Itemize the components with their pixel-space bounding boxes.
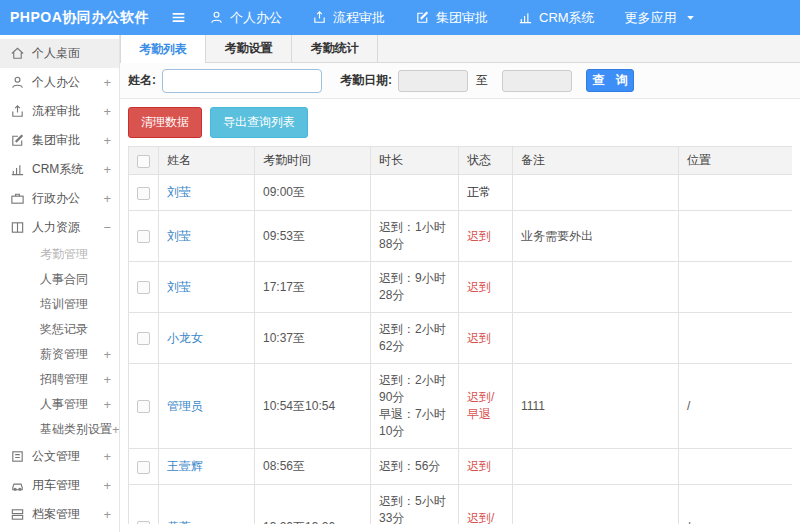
row-checkbox[interactable] — [137, 400, 150, 413]
edit-icon — [10, 133, 25, 148]
sidebar-item[interactable]: 基础类别设置+ — [0, 417, 119, 442]
sidebar-item[interactable]: 用车管理+ — [0, 471, 119, 500]
name-filter-input[interactable] — [162, 69, 322, 93]
expand-toggle-icon[interactable]: + — [103, 75, 111, 90]
topnav-item[interactable]: 个人办公 — [209, 9, 282, 27]
row-checkbox[interactable] — [137, 187, 150, 200]
employee-name-link[interactable]: 刘莹 — [167, 280, 191, 294]
caret-down-icon — [683, 10, 698, 25]
clean-data-button[interactable]: 清理数据 — [128, 107, 202, 138]
sidebar-item[interactable]: 档案管理+ — [0, 500, 119, 529]
expand-toggle-icon[interactable]: + — [103, 191, 111, 206]
sidebar-item[interactable]: 奖惩记录 — [0, 317, 119, 342]
topnav-item[interactable]: CRM系统 — [518, 9, 595, 27]
date-to-label: 至 — [476, 72, 488, 89]
row-checkbox[interactable] — [137, 230, 150, 243]
sidebar-item[interactable]: CRM系统+ — [0, 155, 119, 184]
employee-name-link[interactable]: 王壹辉 — [167, 459, 203, 473]
sidebar-item[interactable]: 招聘管理+ — [0, 367, 119, 392]
expand-toggle-icon[interactable]: − — [103, 220, 111, 235]
sidebar-item[interactable]: 人事管理+ — [0, 392, 119, 417]
send-icon — [312, 10, 327, 25]
duration-line: 迟到：2小时90分 — [379, 372, 450, 406]
topnav-item[interactable]: 集团审批 — [415, 9, 488, 27]
employee-name-link[interactable]: 小龙女 — [167, 331, 203, 345]
export-list-button[interactable]: 导出查询列表 — [210, 107, 308, 138]
date-from-input[interactable] — [398, 70, 468, 92]
topnav-item[interactable]: 更多应用 — [625, 9, 698, 27]
sidebar-item[interactable]: 人力资源− — [0, 213, 119, 242]
expand-toggle-icon[interactable]: + — [103, 397, 111, 412]
chart-icon — [518, 10, 533, 25]
employee-name-link[interactable]: 黄蓉 — [167, 520, 191, 525]
expand-toggle-icon[interactable]: + — [103, 347, 111, 362]
search-button[interactable]: 查 询 — [586, 69, 634, 92]
expand-toggle-icon[interactable]: + — [103, 372, 111, 387]
table-row: 刘莹17:17至迟到：9小时28分迟到 — [129, 262, 793, 313]
sidebar-item[interactable]: 集团审批+ — [0, 126, 119, 155]
sidebar-item[interactable]: 考勤管理 — [0, 242, 119, 267]
select-all-checkbox[interactable] — [137, 155, 150, 168]
topnav-item-label: 集团审批 — [436, 9, 488, 27]
duration-cell — [371, 175, 459, 211]
tab-active[interactable]: 考勤列表 — [120, 35, 206, 64]
sidebar-item-label: 人事管理 — [40, 396, 103, 413]
attendance-time-cell: 10:54至10:54 — [255, 364, 371, 449]
action-buttons: 清理数据 导出查询列表 — [120, 99, 800, 138]
expand-toggle-icon[interactable]: + — [103, 478, 111, 493]
expand-toggle-icon[interactable]: + — [103, 104, 111, 119]
duration-line: 迟到：2小时62分 — [379, 321, 450, 355]
employee-name-link[interactable]: 刘莹 — [167, 229, 191, 243]
sidebar-item[interactable]: 流程审批+ — [0, 97, 119, 126]
duration-line: 迟到：5小时33分 — [379, 493, 450, 524]
hamburger-menu-button[interactable] — [170, 9, 187, 26]
top-header: PHPOA协同办公软件 个人办公流程审批集团审批CRM系统更多应用 — [0, 0, 800, 35]
remark-cell: 业务需要外出 — [513, 211, 679, 262]
sidebar-item-label: 奖惩记录 — [40, 321, 111, 338]
sidebar-item[interactable]: 人事合同 — [0, 267, 119, 292]
status-badge: 迟到 — [459, 262, 513, 313]
app-logo: PHPOA协同办公软件 — [0, 9, 150, 27]
row-checkbox[interactable] — [137, 281, 150, 294]
topnav-item-label: 更多应用 — [625, 9, 677, 27]
remark-cell — [513, 262, 679, 313]
status-badge: 正常 — [459, 175, 513, 211]
sidebar-item[interactable]: 个人桌面 — [0, 39, 119, 68]
row-checkbox[interactable] — [137, 461, 150, 474]
sidebar-item[interactable]: 个人办公+ — [0, 68, 119, 97]
sidebar-item-label: 集团审批 — [32, 132, 103, 149]
expand-toggle-icon[interactable]: + — [103, 133, 111, 148]
tab-item[interactable]: 考勤设置 — [206, 35, 292, 62]
employee-name-link[interactable]: 刘莹 — [167, 185, 191, 199]
topnav-item[interactable]: 流程审批 — [312, 9, 385, 27]
duration-cell: 迟到：56分 — [371, 449, 459, 485]
sidebar-item-label: 流程审批 — [32, 103, 103, 120]
duration-cell: 迟到：2小时62分 — [371, 313, 459, 364]
table-row: 小龙女10:37至迟到：2小时62分迟到 — [129, 313, 793, 364]
sidebar-item[interactable]: 薪资管理+ — [0, 342, 119, 367]
remark-cell — [513, 175, 679, 211]
sidebar-item[interactable]: 培训管理 — [0, 292, 119, 317]
duration-cell: 迟到：9小时28分 — [371, 262, 459, 313]
row-checkbox[interactable] — [137, 332, 150, 345]
location-cell: / — [679, 364, 793, 449]
remark-cell: 1111 — [513, 364, 679, 449]
sidebar-item-label: 薪资管理 — [40, 346, 103, 363]
sidebar-item-label: 培训管理 — [40, 296, 111, 313]
tab-item[interactable]: 考勤统计 — [292, 35, 378, 62]
status-badge: 迟到/早退 — [459, 485, 513, 525]
sidebar-item[interactable]: 公文管理+ — [0, 442, 119, 471]
employee-name-link[interactable]: 管理员 — [167, 399, 203, 413]
attendance-time-cell: 13:20至13:20 — [255, 485, 371, 525]
expand-toggle-icon[interactable]: + — [103, 449, 111, 464]
date-to-input[interactable] — [502, 70, 572, 92]
table-row: 刘莹09:53至迟到：1小时88分迟到业务需要外出 — [129, 211, 793, 262]
expand-toggle-icon[interactable]: + — [103, 507, 111, 522]
expand-toggle-icon[interactable]: + — [103, 162, 111, 177]
home-icon — [10, 46, 25, 61]
sidebar-item[interactable]: 行政办公+ — [0, 184, 119, 213]
row-checkbox[interactable] — [137, 521, 150, 524]
table-row: 王壹辉08:56至迟到：56分迟到 — [129, 449, 793, 485]
remark-cell — [513, 313, 679, 364]
expand-toggle-icon[interactable]: + — [112, 422, 120, 437]
